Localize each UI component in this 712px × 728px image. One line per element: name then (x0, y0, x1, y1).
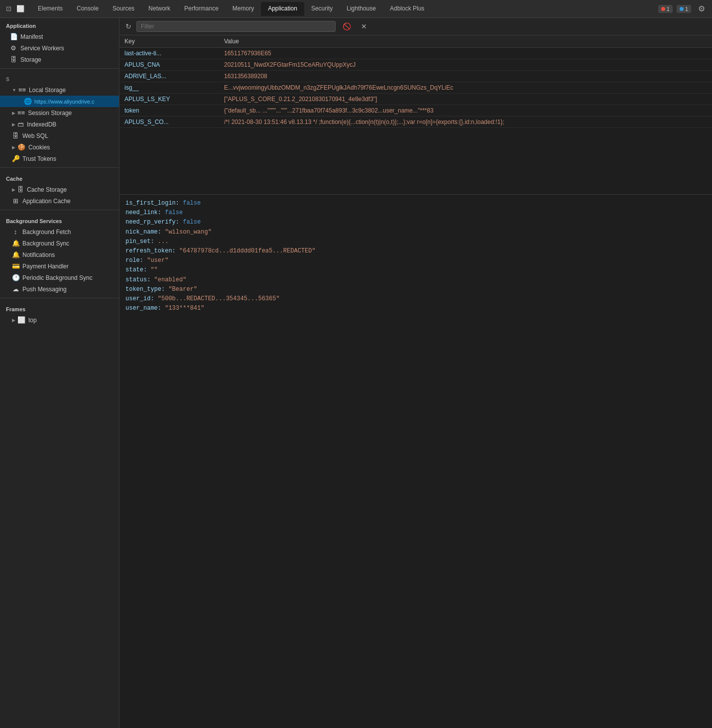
websql-icon: 🗄 (12, 132, 19, 139)
code-key: need_link: (125, 209, 165, 216)
cursor-icon[interactable]: ⊡ (4, 4, 13, 13)
divider-1 (0, 68, 119, 69)
filter-clear-button[interactable]: 🚫 (340, 21, 354, 31)
code-key: user_name: (125, 305, 165, 312)
code-key: user_id: (125, 295, 158, 302)
sidebar-item-storage[interactable]: 🗄 Storage (0, 54, 119, 65)
tab-elements[interactable]: Elements (31, 2, 70, 16)
notifications-label: Notifications (22, 251, 55, 258)
session-storage-icon: ≡≡ (17, 109, 25, 117)
code-value: "133***841" (165, 305, 204, 312)
table-cell-value: E...vvjwoomingyUbbzOMDM_n3zgZFEPUglkJAdh… (219, 82, 712, 94)
sidebar-item-payment-handler[interactable]: 💳 Payment Handler (0, 260, 119, 272)
sidebar-item-trust-tokens[interactable]: 🔑 Trust Tokens (0, 153, 119, 164)
tab-security[interactable]: Security (304, 2, 340, 16)
sidebar-item-local-storage-url[interactable]: 🌐 https://www.aliyundrive.c (0, 96, 119, 107)
tab-lighthouse[interactable]: Lighthouse (340, 2, 383, 16)
sidebar-item-notifications[interactable]: 🔔 Notifications (0, 249, 119, 260)
table-row[interactable]: APLUS_LS_KEY["APLUS_S_CORE_0.21.2_202108… (119, 94, 712, 105)
code-value: false (183, 200, 201, 207)
periodic-bg-sync-label: Periodic Background Sync (22, 274, 93, 281)
expand-arrow-cache: ▶ (12, 187, 15, 192)
sidebar-item-bg-sync[interactable]: 🔔 Background Sync (0, 238, 119, 249)
trust-tokens-icon: 🔑 (12, 155, 19, 162)
table-row[interactable]: isg__E...vvjwoomingyUbbzOMDM_n3zgZFEPUgl… (119, 82, 712, 94)
code-value: "user" (147, 257, 168, 264)
table-row[interactable]: last-active-ti...16511767936E65 (119, 48, 712, 59)
settings-icon[interactable]: ⚙ (695, 3, 708, 14)
sidebar-item-websql[interactable]: 🗄 Web SQL (0, 130, 119, 141)
table-cell-value: 16511767936E65 (219, 48, 712, 59)
expand-arrow-session: ▶ (12, 111, 15, 116)
table-row[interactable]: token{"default_sb... ...""""..."""...271… (119, 105, 712, 117)
table-row[interactable]: ADRIVE_LAS...1631356389208 (119, 71, 712, 82)
app-cache-label: Application Cache (22, 198, 71, 205)
tab-console[interactable]: Console (70, 2, 106, 16)
tab-memory[interactable]: Memory (226, 2, 261, 16)
app-cache-icon: ⊞ (12, 197, 19, 205)
devtools-icons: ⊡ ⬜ (4, 4, 25, 13)
cache-storage-icon: 🗄 (17, 186, 24, 193)
code-value: "enabled" (154, 276, 187, 283)
sidebar-group-session-storage[interactable]: ▶ ≡≡ Session Storage (0, 107, 119, 119)
sidebar-group-indexeddb[interactable]: ▶ 🗃 IndexedDB (0, 119, 119, 130)
section-application: Application (0, 18, 119, 31)
code-line: refresh_token: "64787978cd...d1dddd01fea… (125, 246, 706, 256)
code-key: need_rp_verify: (125, 219, 183, 226)
table-cell-key: APLUS_CNA (119, 59, 219, 71)
badge-red[interactable]: 1 (658, 5, 673, 13)
sidebar-item-service-workers[interactable]: ⚙ Service Workers (0, 42, 119, 54)
code-line: status: "enabled" (125, 275, 706, 285)
table-cell-value: 1631356389208 (219, 71, 712, 82)
sidebar-group-cookies[interactable]: ▶ 🍪 Cookies (0, 141, 119, 153)
table-cell-key: APLUS_LS_KEY (119, 94, 219, 105)
local-storage-icon: ≡≡ (18, 86, 26, 94)
divider-4 (0, 298, 119, 298)
table-row[interactable]: APLUS_CNA20210511_NwdX2FGtarFm15CeARuYQU… (119, 59, 712, 71)
refresh-button[interactable]: ↻ (124, 21, 132, 31)
push-messaging-label: Push Messaging (22, 286, 67, 293)
sidebar-group-local-storage[interactable]: ▼ ≡≡ Local Storage (0, 84, 119, 96)
section-background-services: Background Services (0, 213, 119, 226)
code-line: token_type: "Bearer" (125, 285, 706, 294)
code-panel: is_first_login: falseneed_link: falsenee… (119, 195, 712, 728)
local-storage-table: Key Value last-active-ti...16511767936E6… (119, 35, 712, 195)
device-icon[interactable]: ⬜ (16, 4, 25, 13)
code-value: ... (158, 238, 169, 245)
badge-blue[interactable]: 1 (677, 5, 691, 13)
divider-2 (0, 167, 119, 168)
session-storage-label: Session Storage (28, 110, 72, 117)
code-line: nick_name: "wilson_wang" (125, 228, 706, 237)
tab-adblock[interactable]: Adblock Plus (383, 2, 431, 16)
code-key: status: (125, 276, 154, 283)
tab-performance[interactable]: Performance (177, 2, 226, 16)
tab-sources[interactable]: Sources (106, 2, 141, 16)
table-cell-value: 20210511_NwdX2FGtarFm15CeARuYQUppXycJ (219, 59, 712, 71)
sidebar-item-manifest[interactable]: 📄 Manifest (0, 31, 119, 42)
tab-network[interactable]: Network (141, 2, 177, 16)
divider-3 (0, 210, 119, 210)
sidebar-item-app-cache[interactable]: ⊞ Application Cache (0, 195, 119, 207)
code-key: role: (125, 257, 147, 264)
filter-bar: ↻ 🚫 ✕ (119, 18, 712, 35)
table-cell-key: token (119, 105, 219, 117)
sidebar-group-frames-top[interactable]: ▶ ⬜ top (0, 314, 119, 326)
code-line: need_link: false (125, 208, 706, 218)
bg-fetch-label: Background Fetch (22, 229, 71, 236)
url-icon: 🌐 (24, 98, 31, 105)
manifest-label: Manifest (20, 33, 43, 40)
sidebar-item-periodic-bg-sync[interactable]: 🕐 Periodic Background Sync (0, 272, 119, 283)
table-row[interactable]: APLUS_S_CO.../*! 2021-08-30 13:51:46 v8.… (119, 117, 712, 128)
sidebar-item-push-messaging[interactable]: ☁ Push Messaging (0, 283, 119, 295)
notifications-icon: 🔔 (12, 251, 19, 258)
code-value: "64787978cd...d1dddd01fea5...REDACTED" (179, 247, 316, 254)
sidebar-item-bg-fetch[interactable]: ↕ Background Fetch (0, 226, 119, 238)
filter-close-button[interactable]: ✕ (358, 21, 370, 31)
sidebar-group-cache-storage[interactable]: ▶ 🗄 Cache Storage (0, 184, 119, 195)
tab-application[interactable]: Application (261, 2, 304, 16)
main-layout: Application 📄 Manifest ⚙ Service Workers… (0, 18, 712, 728)
code-value: "Bearer" (168, 286, 197, 293)
filter-input[interactable] (136, 21, 336, 32)
code-key: nick_name: (125, 229, 165, 236)
code-line: user_name: "133***841" (125, 304, 706, 313)
